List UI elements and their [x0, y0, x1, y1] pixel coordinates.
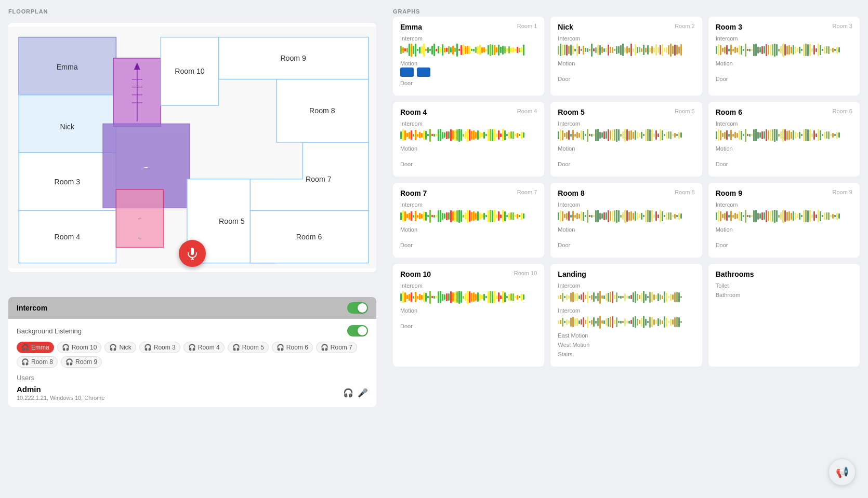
motion-label: Motion [716, 145, 852, 152]
waveform-bar [624, 293, 626, 301]
waveform-bar [784, 129, 786, 141]
waveform-bar [438, 291, 439, 303]
waveform-bar [635, 291, 636, 303]
waveform-bar [504, 292, 506, 302]
waveform-bar [672, 46, 674, 54]
waveform-bar [672, 294, 674, 300]
room-tag-room6[interactable]: 🎧Room 6 [272, 342, 313, 353]
waveform-bar [591, 295, 593, 300]
left-panel: FLOORPLAN Emma Nick Room 3 Room 4 [0, 0, 385, 498]
room-tag-room8[interactable]: 🎧Room 8 [17, 356, 58, 368]
waveform-bar [492, 45, 493, 55]
waveform-bar [610, 317, 611, 327]
room-tag-emma[interactable]: 🎧Emma [17, 342, 54, 353]
waveform-bar [836, 47, 838, 53]
room-tag-room10[interactable]: 🎧Room 10 [57, 342, 102, 353]
waveform-bar [504, 211, 506, 221]
waveform-bar [657, 214, 659, 218]
waveform-bar [626, 129, 628, 141]
waveform-bar [757, 213, 759, 220]
waveform-bar [566, 132, 568, 139]
waveform-bar [440, 129, 441, 141]
waveform-bar [454, 130, 456, 141]
waveform-bar [477, 46, 479, 54]
waveform-bar [578, 295, 580, 299]
room-tag-room7[interactable]: 🎧Room 7 [316, 342, 357, 353]
motion-label: Motion [400, 145, 537, 152]
waveform-bar [670, 319, 672, 326]
motion-waveform [558, 234, 694, 239]
waveform-bar [572, 211, 574, 221]
waveform-bar [668, 45, 669, 55]
room-tag-room3[interactable]: 🎧Room 3 [139, 342, 180, 353]
waveform-bar [454, 211, 456, 222]
waveform-bar [450, 129, 452, 141]
waveform-bar [402, 47, 404, 53]
waveform-bar [473, 130, 475, 140]
waveform-bar [722, 48, 724, 52]
waveform-bar [662, 295, 663, 299]
waveform-bar [674, 317, 676, 327]
motion-row: Motion [558, 226, 694, 239]
waveform-bar [456, 291, 458, 303]
motion-waveform [400, 315, 537, 320]
waveform-bar [626, 46, 628, 53]
room-tag-nick[interactable]: 🎧Nick [104, 342, 136, 353]
waveform-bar [564, 45, 565, 55]
waveform-bar [442, 294, 443, 301]
waveform-bar [409, 294, 410, 301]
graph-card-name: Landing [558, 270, 586, 278]
waveform-bar [818, 129, 819, 141]
stairs-row: Stairs [558, 351, 694, 357]
waveform-bar [498, 130, 499, 140]
room-tag-room9[interactable]: 🎧Room 9 [61, 356, 102, 368]
waveform-bar [774, 44, 775, 57]
waveform-bar [454, 292, 456, 303]
waveform-bar [732, 49, 734, 51]
waveform-bar [564, 296, 565, 298]
waveform-bar [452, 211, 454, 221]
waveform-bar [595, 210, 597, 222]
waveform-bar [585, 295, 586, 299]
room-tag-room5[interactable]: 🎧Room 5 [228, 342, 269, 353]
waveform-bar [832, 214, 834, 219]
door-row: Door [558, 161, 694, 167]
waveform-bar [793, 211, 794, 221]
headphone-button[interactable]: 🎧 [343, 388, 353, 398]
door-label: Door [558, 242, 694, 248]
headset-icon-small: 🎧 [65, 358, 73, 366]
waveform-bar [670, 131, 672, 139]
waveform-bar [512, 293, 514, 301]
mic-fab-button[interactable] [179, 240, 206, 267]
graph-card-header: Room 8 Room 8 [558, 189, 694, 197]
graphs-label: GRAPHS [393, 8, 860, 15]
intercom-toggle[interactable] [347, 302, 368, 314]
waveform-bar [836, 132, 838, 139]
waveform-bar [807, 210, 809, 222]
waveform-bar [809, 44, 811, 56]
door-row: Door [716, 242, 852, 248]
waveform-bar [574, 215, 576, 218]
waveform-bar [494, 210, 495, 222]
megaphone-fab-button[interactable]: 📢 [828, 459, 856, 486]
waveform-bar [589, 321, 590, 323]
mic-button[interactable]: 🎤 [358, 388, 368, 398]
waveform-bar [576, 293, 578, 301]
waveform-bar [481, 47, 483, 53]
motion-row: Motion [558, 60, 694, 73]
waveform-bar [797, 133, 798, 137]
bg-listening-toggle[interactable] [347, 325, 368, 337]
waveform-bar [448, 131, 450, 139]
waveform-bar [664, 48, 665, 52]
waveform-bar [614, 320, 615, 324]
waveform-bar [780, 131, 782, 139]
bathroom-label: Bathroom [716, 292, 852, 298]
waveform-bar [521, 213, 522, 220]
waveform-bar [741, 46, 742, 55]
svg-text:–: – [144, 164, 148, 171]
room-tag-room4[interactable]: 🎧Room 4 [183, 342, 225, 353]
waveform-bar [427, 47, 429, 53]
waveform-bar [774, 210, 775, 223]
waveform-bar [635, 44, 636, 56]
waveform-bar [483, 47, 485, 52]
